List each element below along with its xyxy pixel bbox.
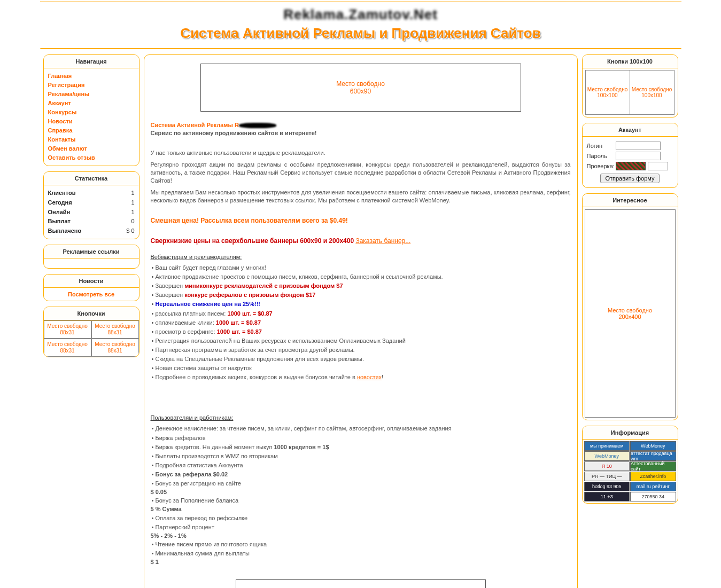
nav-item-5[interactable]: Новости	[48, 117, 135, 126]
banner-88-slot[interactable]: Место свободно 88x31	[44, 339, 91, 357]
captcha-label: Проверка:	[587, 163, 616, 169]
info-badge[interactable]: 270550 34	[630, 492, 676, 501]
nav-title: Навигация	[44, 55, 139, 68]
login-input[interactable]	[616, 142, 661, 150]
stats-row: Клиентов1	[48, 189, 135, 198]
info-badge[interactable]: Zcasher.info	[630, 472, 676, 481]
info-badge[interactable]: WebMoney	[630, 441, 676, 451]
para-1: У нас только активные пользователи и щед…	[151, 149, 571, 157]
buttons88-panel: Кнопочки Место свободно 88x31Место свобо…	[43, 307, 139, 357]
intro-line2: Сервис по активному продвижению сайтов в…	[151, 130, 317, 136]
slots100-title: Кнопки 100x100	[583, 55, 678, 68]
stats-row: Сегодня1	[48, 198, 135, 208]
intro-line1: Система Активной Рекламы R	[151, 122, 239, 128]
nav-item-4[interactable]: Конкурсы	[48, 108, 135, 117]
news-view-all-link[interactable]: Посмотреть все	[48, 291, 135, 297]
nav-panel: Навигация ГлавнаяРегистрацияРеклама/цены…	[43, 54, 139, 166]
order-banner-link[interactable]: Заказать баннер...	[355, 237, 410, 245]
stats-row: Выплачено$ 0	[48, 226, 135, 236]
site-title: Reklama.Zamutov.Net	[283, 6, 438, 23]
nav-item-7[interactable]: Контакты	[48, 135, 135, 144]
news-title: Новости	[44, 275, 139, 288]
info-badge[interactable]: 11 +3	[584, 492, 630, 501]
section-users: Пользователям и работникам:	[151, 414, 571, 422]
account-title: Аккаунт	[583, 123, 678, 137]
adlinks-panel: Рекламные ссылки	[43, 245, 139, 269]
stats-title: Статистика	[44, 172, 139, 185]
info-badge[interactable]: PR — ТИЦ —	[584, 472, 630, 481]
info-badge[interactable]: Аттестованный сайт	[630, 461, 676, 471]
nav-item-0[interactable]: Главная	[48, 72, 135, 81]
stats-row: Выплат0	[48, 217, 135, 226]
interesting-panel: Интересное Место свободно 200x400	[582, 193, 678, 420]
header-divider	[40, 48, 681, 49]
info-badge[interactable]: mail.ru рейтинг	[630, 482, 676, 491]
banner-88-slot[interactable]: Место свободно 88x31	[91, 320, 139, 339]
captcha-image	[616, 162, 646, 170]
interesting-title: Интересное	[583, 194, 678, 207]
info-badge[interactable]: аттестат продавца wm	[630, 451, 676, 461]
banner-468x60-slot[interactable]: Место свободно 468x60	[236, 579, 486, 588]
info-badge[interactable]: мы принимаем	[584, 441, 630, 451]
news-panel: Новости Посмотреть все	[43, 274, 139, 301]
price-line-1: Смешная цена! Рассылка всем пользователя…	[151, 216, 571, 225]
password-label: Пароль	[587, 153, 616, 159]
info-badge[interactable]: Я 10	[584, 461, 630, 471]
banner-100-slot[interactable]: Место свободно 100x100	[585, 70, 630, 115]
banner-600x90-slot[interactable]: Место свободно 600x90	[200, 64, 521, 112]
banner-100-slot[interactable]: Место свободно 100x100	[630, 70, 675, 115]
info-badge[interactable]: WebMoney	[584, 451, 630, 461]
nav-item-6[interactable]: Справка	[48, 126, 135, 135]
para-2: Регулярно проходят акции по видам реклам…	[151, 161, 571, 185]
info-title: Информация	[583, 426, 678, 440]
section-webmasters: Вебмастерам и рекламодателям:	[151, 253, 571, 261]
login-label: Логин	[587, 143, 616, 149]
stats-panel: Статистика Клиентов1Сегодня1Онлайн1Выпла…	[43, 171, 139, 239]
price-line-2: Сверхнизкие цены на сверхбольшие баннеры…	[151, 237, 354, 245]
slots100-panel: Кнопки 100x100 Место свободно 100x100 Ме…	[582, 54, 678, 117]
stats-row: Онлайн1	[48, 208, 135, 217]
redacted-text	[239, 123, 276, 128]
banner-88-slot[interactable]: Место свободно 88x31	[44, 320, 91, 339]
nav-item-9[interactable]: Оставить отзыв	[48, 153, 135, 162]
account-panel: Аккаунт Логин Пароль Проверка:	[582, 123, 678, 188]
info-badge[interactable]: hotlog 93 905	[584, 482, 630, 491]
nav-item-1[interactable]: Регистрация	[48, 81, 135, 90]
site-subtitle: Система Активной Рекламы и Продвижения С…	[40, 25, 681, 42]
adlinks-title: Рекламные ссылки	[44, 245, 139, 258]
page-header: Reklama.Zamutov.Net Система Активной Рек…	[40, 2, 681, 45]
banner-88-slot[interactable]: Место свободно 88x31	[91, 339, 139, 357]
nav-item-8[interactable]: Обмен валют	[48, 144, 135, 153]
main-panel: Место свободно 600x90 Система Активной Р…	[144, 54, 578, 588]
news-link-inline[interactable]: новостях	[357, 374, 382, 380]
buttons88-title: Кнопочки	[44, 307, 139, 320]
submit-button[interactable]: Отправить форму	[600, 174, 659, 183]
nav-item-2[interactable]: Реклама/цены	[48, 90, 135, 99]
captcha-input[interactable]	[648, 162, 668, 170]
banner-200x400-slot[interactable]: Место свободно 200x400	[585, 209, 676, 418]
info-panel: Информация мы принимаемWebMoneyWebMoneyа…	[582, 426, 678, 504]
para-3: Мы предлагаем Вам несколько простых инст…	[151, 189, 571, 205]
password-input[interactable]	[616, 152, 661, 160]
nav-item-3[interactable]: Аккаунт	[48, 99, 135, 108]
